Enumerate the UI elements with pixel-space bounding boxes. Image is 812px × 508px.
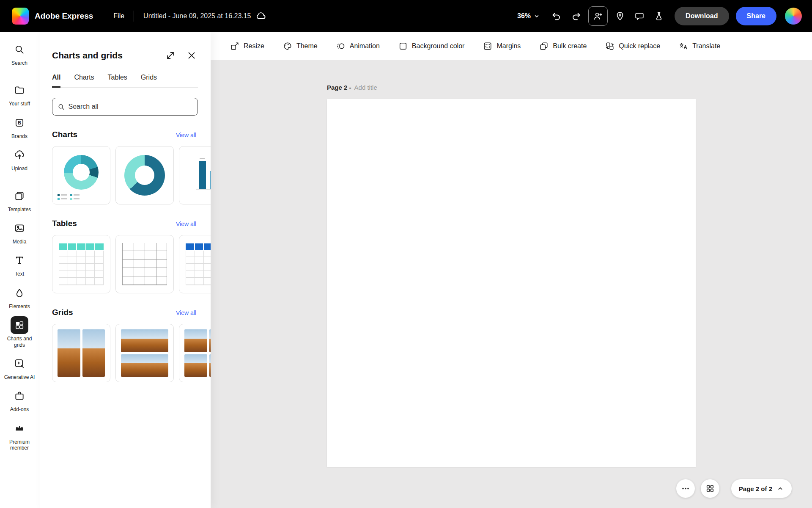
sidebar-item-label: Templates [8, 207, 31, 213]
sidebar-item-text[interactable]: Text [1, 251, 38, 277]
tool-label: Animation [350, 42, 380, 50]
sidebar-item-premium-member[interactable]: Premium member [1, 420, 38, 451]
resize-icon [230, 41, 239, 51]
page-indicator-button[interactable]: Page 2 of 2 [731, 479, 792, 498]
comment-button[interactable] [630, 6, 649, 26]
sidebar-item-templates[interactable]: Templates [1, 187, 38, 213]
table-template-card[interactable] [115, 235, 174, 293]
quick-replace-button[interactable]: Quick replace [605, 41, 660, 51]
svg-text:B: B [18, 120, 21, 125]
search-input[interactable] [68, 103, 192, 110]
sidebar-item-label: Generative AI [4, 374, 35, 380]
theme-palette-icon [283, 41, 292, 51]
app-name: Adobe Express [35, 11, 93, 21]
share-button[interactable]: Share [736, 7, 776, 25]
two-column-grid-thumbnail [58, 329, 105, 377]
table-template-card[interactable] [179, 235, 211, 293]
view-all-tables-link[interactable]: View all [176, 221, 196, 227]
redo-icon [571, 11, 581, 21]
close-panel-button[interactable] [184, 48, 199, 63]
sidebar-item-label: Upload [11, 166, 27, 171]
expand-icon [165, 50, 176, 61]
theme-button[interactable]: Theme [283, 41, 318, 51]
sidebar-item-add-ons[interactable]: Add-ons [1, 387, 38, 412]
sidebar-item-brands[interactable]: B Brands [1, 114, 38, 139]
close-icon [187, 50, 197, 61]
teal-table-thumbnail [59, 243, 104, 285]
sidebar-item-your-stuff[interactable]: Your stuff [1, 81, 38, 107]
translate-button[interactable]: Translate [679, 41, 720, 51]
undo-button[interactable] [547, 6, 566, 26]
page-label[interactable]: Page 2 - Add title [327, 84, 377, 91]
view-all-charts-link[interactable]: View all [176, 132, 196, 138]
more-options-button[interactable] [676, 479, 695, 498]
page-overview-button[interactable] [701, 479, 719, 498]
text-icon [14, 255, 25, 266]
location-pin-button[interactable] [610, 6, 630, 26]
sidebar-item-label: Brands [11, 133, 27, 139]
account-avatar[interactable] [785, 8, 802, 25]
view-all-grids-link[interactable]: View all [176, 309, 196, 316]
panel-title: Charts and grids [52, 50, 156, 61]
sidebar-item-elements[interactable]: Elements [1, 284, 38, 309]
sidebar-item-generative-ai[interactable]: Generative AI [1, 355, 38, 380]
panel-search[interactable] [52, 98, 198, 116]
brands-icon: B [14, 117, 25, 128]
donut-chart-template-card[interactable] [115, 146, 174, 204]
tab-grids[interactable]: Grids [141, 74, 157, 88]
chart-legend [58, 194, 80, 200]
tool-label: Resize [244, 42, 264, 50]
grid-view-icon [705, 484, 715, 493]
tab-all[interactable]: All [52, 74, 60, 88]
animation-button[interactable]: Animation [336, 41, 380, 51]
zoom-control[interactable]: 36% [517, 12, 541, 20]
bar-chart-template-card[interactable] [179, 146, 211, 204]
bulk-create-button[interactable]: Bulk create [539, 41, 587, 51]
add-collaborator-button[interactable] [588, 6, 608, 26]
photo-grid-template-card[interactable] [115, 324, 174, 382]
tool-label: Margins [497, 42, 521, 50]
beaker-icon [654, 11, 664, 21]
add-collaborator-icon [593, 11, 603, 21]
donut-chart-template-card[interactable] [52, 146, 110, 204]
bulk-create-icon [539, 41, 549, 51]
document-title[interactable]: Untitled - June 09, 2025 at 16.23.15 [143, 12, 251, 20]
add-title-placeholder[interactable]: Add title [354, 84, 377, 91]
margins-button[interactable]: Margins [483, 41, 521, 51]
sidebar-item-upload[interactable]: Upload [1, 146, 38, 171]
animation-icon [336, 41, 346, 51]
photo-grid-template-card[interactable] [179, 324, 211, 382]
sidebar-item-search[interactable]: Search [1, 41, 38, 66]
sidebar-item-media[interactable]: Media [1, 219, 38, 245]
section-title: Charts [52, 130, 77, 139]
charts-and-grids-panel: Charts and grids All Charts Tables Grids… [39, 32, 211, 508]
sidebar-item-label: Your stuff [9, 101, 30, 107]
sidebar-item-label: Search [11, 60, 27, 66]
file-menu[interactable]: File [113, 12, 124, 20]
cloud-save-button[interactable] [251, 6, 271, 26]
resize-button[interactable]: Resize [230, 41, 264, 51]
photo-grid-template-card[interactable] [52, 324, 110, 382]
tab-charts[interactable]: Charts [74, 74, 94, 88]
beaker-button[interactable] [649, 6, 669, 26]
sidebar-item-label: Text [15, 271, 24, 277]
sidebar-item-charts-and-grids[interactable]: Charts and grids [1, 316, 38, 348]
tables-card-row [39, 235, 211, 293]
grids-card-row [39, 324, 211, 382]
artboard-page-2[interactable] [327, 99, 696, 467]
tool-label: Background color [412, 42, 465, 50]
background-color-button[interactable]: Background color [398, 41, 465, 51]
expand-panel-button[interactable] [163, 48, 178, 63]
adobe-express-logo-icon[interactable] [12, 8, 29, 25]
table-template-card[interactable] [52, 235, 110, 293]
bottom-controls: Page 2 of 2 [676, 479, 792, 498]
generative-ai-icon [14, 358, 25, 369]
redo-button[interactable] [566, 6, 586, 26]
tool-label: Bulk create [553, 42, 587, 50]
blue-table-thumbnail [186, 243, 211, 285]
download-button[interactable]: Download [675, 7, 729, 25]
charts-card-row [39, 146, 211, 204]
tab-tables[interactable]: Tables [108, 74, 127, 88]
add-ons-icon [14, 390, 25, 401]
templates-icon [14, 190, 25, 202]
